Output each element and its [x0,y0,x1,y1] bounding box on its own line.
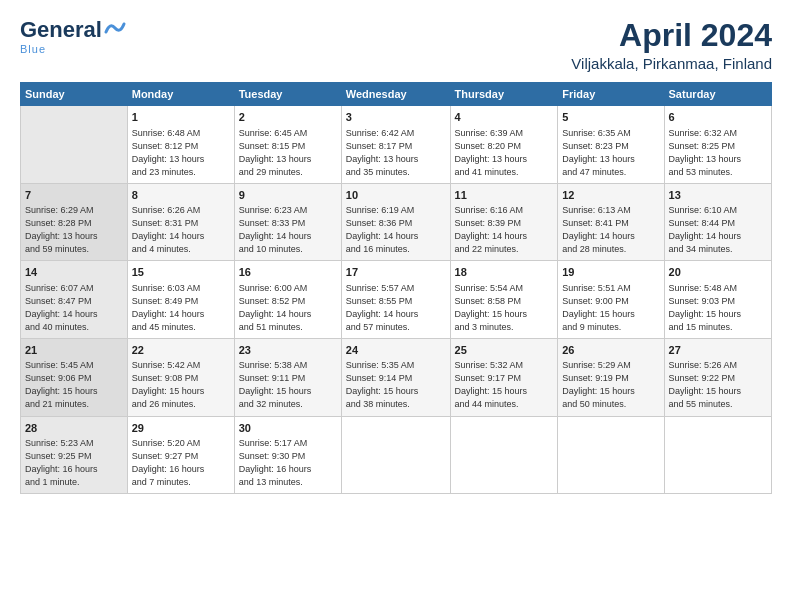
day-cell: 22Sunrise: 5:42 AM Sunset: 9:08 PM Dayli… [127,338,234,416]
title-block: April 2024 Viljakkala, Pirkanmaa, Finlan… [571,18,772,72]
day-cell: 5Sunrise: 6:35 AM Sunset: 8:23 PM Daylig… [558,106,664,184]
day-info: Sunrise: 6:23 AM Sunset: 8:33 PM Dayligh… [239,204,337,256]
day-cell: 19Sunrise: 5:51 AM Sunset: 9:00 PM Dayli… [558,261,664,339]
logo-general: General [20,19,102,41]
day-number: 3 [346,110,446,125]
day-number: 1 [132,110,230,125]
logo: General Blue [20,18,126,55]
day-cell: 24Sunrise: 5:35 AM Sunset: 9:14 PM Dayli… [341,338,450,416]
day-cell: 21Sunrise: 5:45 AM Sunset: 9:06 PM Dayli… [21,338,128,416]
day-number: 26 [562,343,659,358]
day-number: 14 [25,265,123,280]
day-number: 5 [562,110,659,125]
day-cell: 6Sunrise: 6:32 AM Sunset: 8:25 PM Daylig… [664,106,771,184]
day-cell: 4Sunrise: 6:39 AM Sunset: 8:20 PM Daylig… [450,106,558,184]
week-row-5: 28Sunrise: 5:23 AM Sunset: 9:25 PM Dayli… [21,416,772,494]
day-number: 17 [346,265,446,280]
week-row-1: 1Sunrise: 6:48 AM Sunset: 8:12 PM Daylig… [21,106,772,184]
day-cell: 17Sunrise: 5:57 AM Sunset: 8:55 PM Dayli… [341,261,450,339]
day-cell [450,416,558,494]
day-number: 10 [346,188,446,203]
day-number: 9 [239,188,337,203]
day-cell: 16Sunrise: 6:00 AM Sunset: 8:52 PM Dayli… [234,261,341,339]
day-info: Sunrise: 5:23 AM Sunset: 9:25 PM Dayligh… [25,437,123,489]
day-cell [21,106,128,184]
day-info: Sunrise: 6:29 AM Sunset: 8:28 PM Dayligh… [25,204,123,256]
day-info: Sunrise: 5:42 AM Sunset: 9:08 PM Dayligh… [132,359,230,411]
day-info: Sunrise: 5:48 AM Sunset: 9:03 PM Dayligh… [669,282,767,334]
sub-title: Viljakkala, Pirkanmaa, Finland [571,55,772,72]
day-number: 16 [239,265,337,280]
week-row-4: 21Sunrise: 5:45 AM Sunset: 9:06 PM Dayli… [21,338,772,416]
col-header-monday: Monday [127,83,234,106]
day-cell: 29Sunrise: 5:20 AM Sunset: 9:27 PM Dayli… [127,416,234,494]
day-info: Sunrise: 5:35 AM Sunset: 9:14 PM Dayligh… [346,359,446,411]
day-cell: 23Sunrise: 5:38 AM Sunset: 9:11 PM Dayli… [234,338,341,416]
day-cell: 26Sunrise: 5:29 AM Sunset: 9:19 PM Dayli… [558,338,664,416]
day-number: 6 [669,110,767,125]
day-cell [664,416,771,494]
day-cell: 10Sunrise: 6:19 AM Sunset: 8:36 PM Dayli… [341,183,450,261]
day-cell: 30Sunrise: 5:17 AM Sunset: 9:30 PM Dayli… [234,416,341,494]
day-info: Sunrise: 6:42 AM Sunset: 8:17 PM Dayligh… [346,127,446,179]
day-info: Sunrise: 5:20 AM Sunset: 9:27 PM Dayligh… [132,437,230,489]
day-info: Sunrise: 5:51 AM Sunset: 9:00 PM Dayligh… [562,282,659,334]
day-number: 21 [25,343,123,358]
day-cell: 8Sunrise: 6:26 AM Sunset: 8:31 PM Daylig… [127,183,234,261]
col-header-friday: Friday [558,83,664,106]
day-cell: 20Sunrise: 5:48 AM Sunset: 9:03 PM Dayli… [664,261,771,339]
day-cell: 7Sunrise: 6:29 AM Sunset: 8:28 PM Daylig… [21,183,128,261]
day-number: 11 [455,188,554,203]
col-header-saturday: Saturday [664,83,771,106]
day-cell [558,416,664,494]
day-number: 12 [562,188,659,203]
day-info: Sunrise: 5:54 AM Sunset: 8:58 PM Dayligh… [455,282,554,334]
day-info: Sunrise: 6:16 AM Sunset: 8:39 PM Dayligh… [455,204,554,256]
day-number: 19 [562,265,659,280]
day-info: Sunrise: 6:19 AM Sunset: 8:36 PM Dayligh… [346,204,446,256]
day-number: 18 [455,265,554,280]
day-cell: 14Sunrise: 6:07 AM Sunset: 8:47 PM Dayli… [21,261,128,339]
day-info: Sunrise: 5:29 AM Sunset: 9:19 PM Dayligh… [562,359,659,411]
main-title: April 2024 [571,18,772,53]
day-cell [341,416,450,494]
week-row-3: 14Sunrise: 6:07 AM Sunset: 8:47 PM Dayli… [21,261,772,339]
day-number: 29 [132,421,230,436]
day-cell: 25Sunrise: 5:32 AM Sunset: 9:17 PM Dayli… [450,338,558,416]
page: General Blue April 2024 Viljakkala, Pirk… [0,0,792,504]
col-header-thursday: Thursday [450,83,558,106]
day-number: 24 [346,343,446,358]
col-header-tuesday: Tuesday [234,83,341,106]
day-info: Sunrise: 5:38 AM Sunset: 9:11 PM Dayligh… [239,359,337,411]
day-cell: 28Sunrise: 5:23 AM Sunset: 9:25 PM Dayli… [21,416,128,494]
day-info: Sunrise: 6:07 AM Sunset: 8:47 PM Dayligh… [25,282,123,334]
day-info: Sunrise: 6:32 AM Sunset: 8:25 PM Dayligh… [669,127,767,179]
day-cell: 13Sunrise: 6:10 AM Sunset: 8:44 PM Dayli… [664,183,771,261]
day-cell: 11Sunrise: 6:16 AM Sunset: 8:39 PM Dayli… [450,183,558,261]
day-number: 4 [455,110,554,125]
day-number: 28 [25,421,123,436]
day-number: 15 [132,265,230,280]
day-number: 27 [669,343,767,358]
day-info: Sunrise: 6:13 AM Sunset: 8:41 PM Dayligh… [562,204,659,256]
day-info: Sunrise: 5:17 AM Sunset: 9:30 PM Dayligh… [239,437,337,489]
day-number: 30 [239,421,337,436]
day-number: 22 [132,343,230,358]
week-row-2: 7Sunrise: 6:29 AM Sunset: 8:28 PM Daylig… [21,183,772,261]
day-cell: 27Sunrise: 5:26 AM Sunset: 9:22 PM Dayli… [664,338,771,416]
day-cell: 3Sunrise: 6:42 AM Sunset: 8:17 PM Daylig… [341,106,450,184]
day-info: Sunrise: 6:48 AM Sunset: 8:12 PM Dayligh… [132,127,230,179]
day-cell: 2Sunrise: 6:45 AM Sunset: 8:15 PM Daylig… [234,106,341,184]
day-info: Sunrise: 6:10 AM Sunset: 8:44 PM Dayligh… [669,204,767,256]
col-header-wednesday: Wednesday [341,83,450,106]
day-number: 25 [455,343,554,358]
calendar-table: SundayMondayTuesdayWednesdayThursdayFrid… [20,82,772,494]
day-number: 8 [132,188,230,203]
day-info: Sunrise: 6:39 AM Sunset: 8:20 PM Dayligh… [455,127,554,179]
day-info: Sunrise: 5:45 AM Sunset: 9:06 PM Dayligh… [25,359,123,411]
day-info: Sunrise: 5:32 AM Sunset: 9:17 PM Dayligh… [455,359,554,411]
day-number: 20 [669,265,767,280]
col-header-sunday: Sunday [21,83,128,106]
day-cell: 1Sunrise: 6:48 AM Sunset: 8:12 PM Daylig… [127,106,234,184]
day-cell: 15Sunrise: 6:03 AM Sunset: 8:49 PM Dayli… [127,261,234,339]
